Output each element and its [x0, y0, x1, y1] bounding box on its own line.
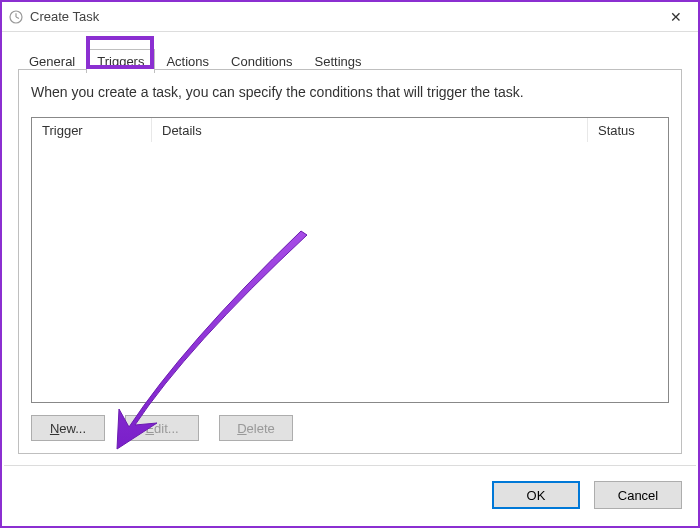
trigger-button-row: New... Edit... Delete [31, 415, 293, 441]
col-trigger[interactable]: Trigger [32, 118, 152, 142]
tabstrip: General Triggers Actions Conditions Sett… [18, 44, 682, 72]
col-details[interactable]: Details [152, 118, 588, 142]
close-button[interactable]: ✕ [654, 2, 698, 32]
tab-triggers[interactable]: Triggers [86, 49, 155, 73]
cancel-button[interactable]: Cancel [594, 481, 682, 509]
dialog-footer: OK Cancel [4, 466, 696, 524]
triggers-listview[interactable]: Trigger Details Status [31, 117, 669, 403]
window-title: Create Task [30, 9, 99, 24]
tab-description: When you create a task, you can specify … [31, 84, 669, 100]
col-status[interactable]: Status [588, 118, 668, 142]
listview-body[interactable] [32, 142, 668, 402]
close-icon: ✕ [670, 9, 682, 25]
ok-button[interactable]: OK [492, 481, 580, 509]
tabpage-triggers: When you create a task, you can specify … [18, 69, 682, 454]
clock-icon [8, 9, 24, 25]
titlebar: Create Task ✕ [2, 2, 698, 32]
edit-button[interactable]: Edit... [125, 415, 199, 441]
listview-header: Trigger Details Status [32, 118, 668, 142]
new-button[interactable]: New... [31, 415, 105, 441]
svg-line-2 [16, 17, 19, 19]
delete-button[interactable]: Delete [219, 415, 293, 441]
